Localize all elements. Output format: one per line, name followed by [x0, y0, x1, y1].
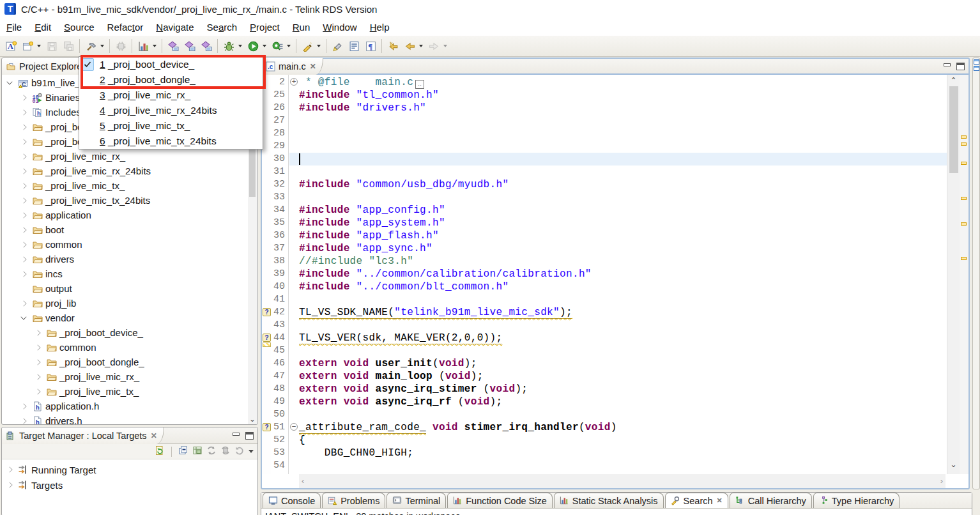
chevron-right-icon[interactable]	[20, 95, 26, 100]
show-whitespace-button[interactable]: ¶	[363, 38, 378, 54]
tab-function-code-size[interactable]: Function Code Size	[447, 493, 553, 508]
forward-dropdown-arrow[interactable]	[442, 38, 448, 54]
tree-item-application-h[interactable]: happlication.h	[2, 399, 99, 413]
run-button[interactable]	[245, 38, 261, 54]
tm-item-targets[interactable]: Targets	[2, 477, 63, 493]
tree-item-output[interactable]: output	[2, 281, 72, 296]
chevron-right-icon[interactable]	[20, 153, 26, 159]
warning-marker[interactable]	[961, 222, 967, 226]
chevron-right-icon[interactable]	[20, 124, 26, 130]
chevron-right-icon[interactable]	[6, 466, 12, 472]
chevron-right-icon[interactable]	[20, 168, 26, 174]
flash-download-1-button[interactable]	[165, 38, 181, 54]
run-dropdown-arrow[interactable]	[261, 38, 268, 54]
chevron-right-icon[interactable]	[34, 330, 40, 335]
flash-download-2-button[interactable]	[182, 38, 197, 54]
warning-marker[interactable]	[961, 142, 967, 146]
chevron-right-icon[interactable]	[34, 344, 40, 350]
sync-right-button[interactable]	[220, 445, 231, 458]
new-window-button[interactable]	[20, 38, 35, 54]
menu-project[interactable]: Project	[243, 20, 286, 35]
chevron-right-icon[interactable]	[20, 183, 26, 188]
tree-item--proj-live-mic-rx-[interactable]: _proj_live_mic_rx_	[2, 369, 139, 384]
refresh-config-button[interactable]	[155, 445, 165, 458]
chevron-right-icon[interactable]	[20, 227, 26, 233]
tree-item--proj-live-mic-tx-24bits[interactable]: _proj_live_mic_tx_24bits	[2, 193, 150, 208]
debug-bug-button[interactable]	[221, 38, 236, 54]
maximize-icon[interactable]	[245, 432, 254, 440]
menu-item--proj-live-mic-rx-24bits[interactable]: 4 _proj_live_mic_rx_24bits	[79, 103, 263, 118]
target-grid-button[interactable]	[192, 445, 203, 458]
tree-item-binaries[interactable]: 1001Binaries	[2, 90, 80, 105]
tab-type-hierarchy[interactable]: Type Hierarchy	[813, 493, 900, 508]
tm-item-running-target[interactable]: Running Target	[2, 462, 96, 477]
fold-collapse-icon[interactable]: −	[290, 423, 298, 431]
coverage-button[interactable]	[270, 38, 285, 54]
flash-download-3-button[interactable]	[199, 38, 214, 54]
editor-tab-main-c[interactable]: .c main.c ✕	[262, 58, 323, 75]
menu-help[interactable]: Help	[364, 20, 396, 35]
chevron-right-icon[interactable]	[34, 374, 40, 380]
view-menu-button[interactable]	[249, 450, 254, 453]
target-manager-tab[interactable]: Target Manager : Local Targets ✕	[2, 427, 164, 444]
menu-item--proj-live-mic-rx-[interactable]: 3 _proj_live_mic_rx_	[79, 88, 263, 103]
menu-item--proj-live-mic-tx-[interactable]: 5 _proj_live_mic_tx_	[79, 118, 263, 134]
tree-item-drivers-h[interactable]: hdrivers.h	[2, 413, 82, 424]
menu-run[interactable]: Run	[286, 20, 317, 35]
menu-file[interactable]: File	[0, 20, 28, 35]
tab-call-hierarchy[interactable]: Call Hierarchy	[730, 493, 812, 508]
tree-item-common[interactable]: common	[2, 237, 82, 252]
chevron-down-icon[interactable]	[6, 79, 12, 84]
search-wand-button[interactable]	[300, 38, 315, 54]
minimize-icon[interactable]	[943, 63, 951, 70]
warning-marker[interactable]	[961, 197, 967, 200]
menu-source[interactable]: Source	[57, 20, 101, 35]
tree-item--proj-live-mic-rx-[interactable]: _proj_live_mic_rx_	[2, 149, 125, 164]
close-icon[interactable]: ✕	[717, 496, 723, 505]
tree-item--proj-boot-device-[interactable]: _proj_boot_device_	[2, 325, 143, 340]
chevron-right-icon[interactable]	[20, 212, 26, 218]
menu-navigate[interactable]: Navigate	[149, 20, 200, 35]
refresh-gray-button[interactable]	[234, 445, 245, 458]
tree-item-drivers[interactable]: drivers	[2, 252, 74, 266]
tab-search[interactable]: Search✕	[665, 493, 728, 508]
coverage-dropdown-arrow[interactable]	[286, 38, 292, 54]
close-icon[interactable]: ✕	[310, 62, 316, 71]
restore-view-icon[interactable]	[974, 59, 979, 65]
question-marker-icon[interactable]: ?	[263, 423, 271, 431]
new-window-dropdown-arrow[interactable]	[36, 38, 42, 54]
warning-marker[interactable]	[961, 162, 967, 165]
menu-window[interactable]: Window	[316, 20, 363, 35]
build-hammer-dropdown-arrow[interactable]	[99, 38, 105, 54]
chevron-right-icon[interactable]	[20, 271, 26, 277]
close-icon[interactable]: ✕	[151, 431, 157, 440]
chevron-right-icon[interactable]	[20, 256, 26, 262]
tree-item-application[interactable]: application	[2, 208, 91, 222]
maximize-icon[interactable]	[956, 63, 965, 70]
chevron-right-icon[interactable]	[20, 197, 26, 203]
chevron-right-icon[interactable]	[20, 242, 26, 247]
back-dropdown-arrow[interactable]	[418, 38, 424, 54]
new-cpp-wizard-button[interactable]: A	[3, 38, 19, 54]
chevron-right-icon[interactable]	[20, 403, 26, 409]
tree-item--proj-boot-dongle-[interactable]: _proj_boot_dongle_	[2, 355, 144, 369]
warning-marker[interactable]	[961, 135, 967, 139]
scroll-down-arrow[interactable]: ⌄	[248, 415, 257, 424]
menu-refactor[interactable]: Refactor	[101, 20, 150, 35]
tree-item-proj-lib[interactable]: proj_lib	[2, 296, 76, 311]
highlight-marker-button[interactable]	[330, 38, 345, 54]
question-marker-icon[interactable]: ?	[263, 334, 271, 342]
tab-problems[interactable]: Problems	[322, 493, 385, 508]
code-editor[interactable]: ??? 225262728293031323334353637383940414…	[262, 75, 969, 474]
tree-item-boot[interactable]: boot	[2, 222, 64, 237]
menu-item--proj-live-mic-tx-24bits[interactable]: 6 _proj_live_mic_tx_24bits	[79, 134, 263, 149]
tree-item-incs[interactable]: incs	[2, 266, 63, 281]
last-edit-location-button[interactable]	[385, 38, 401, 54]
tree-item--proj-live-mic-tx-[interactable]: _proj_live_mic_tx_	[2, 384, 139, 399]
chevron-right-icon[interactable]	[20, 139, 26, 144]
tree-item-includes[interactable]: hIncludes	[2, 105, 81, 119]
tree-item--proj-live-mic-tx-[interactable]: _proj_live_mic_tx_	[2, 178, 125, 193]
warning-marker[interactable]	[961, 257, 967, 260]
chevron-right-icon[interactable]	[20, 109, 26, 115]
folded-region-icon[interactable]: ‥	[415, 80, 424, 89]
